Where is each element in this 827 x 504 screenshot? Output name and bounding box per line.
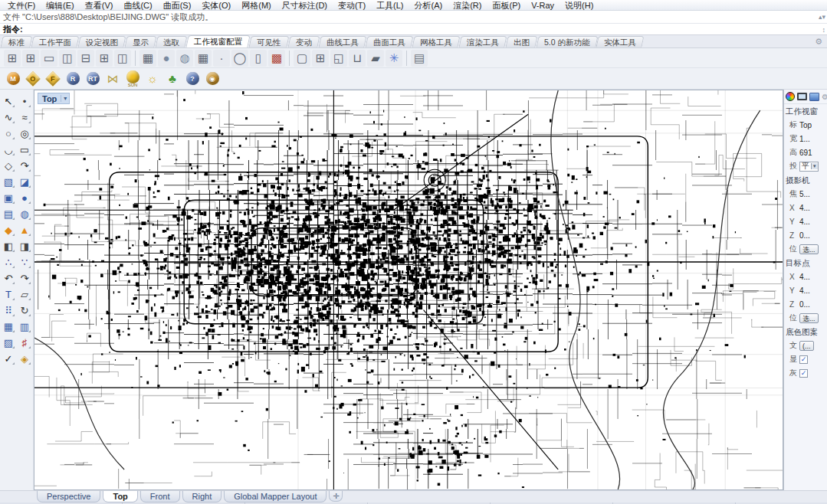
adjustable-blend-icon[interactable]: ↷	[18, 271, 32, 286]
group-icon[interactable]: ∵	[18, 255, 32, 270]
colorful-map-display-icon[interactable]: ▩	[268, 50, 285, 67]
menu-item-7[interactable]: 尺寸标注(D)	[277, 0, 333, 11]
sphere-icon[interactable]: ●	[18, 191, 32, 205]
menu-item-8[interactable]: 变动(T)	[333, 0, 371, 11]
menu-item-13[interactable]: V-Ray	[526, 0, 560, 11]
check-icon[interactable]: ✓	[2, 352, 16, 366]
viewport-title[interactable]: Top ▾	[38, 93, 70, 104]
panel-button[interactable]: (...	[799, 341, 814, 351]
circle-icon[interactable]: ○	[2, 126, 16, 141]
chevron-down-icon[interactable]: ▾	[811, 163, 818, 169]
vray-vegetation-icon[interactable]: ♣	[163, 70, 182, 88]
panel-row-value[interactable]: 4...	[799, 204, 810, 212]
toolbar-tab-8[interactable]: 曲线工具	[318, 36, 366, 47]
panel-row-value[interactable]: 691	[799, 149, 812, 157]
rectangle-icon[interactable]: ▭	[18, 142, 32, 157]
menu-item-0[interactable]: 文件(F)	[2, 0, 41, 11]
viewport-title-dropdown-icon[interactable]: ▾	[61, 95, 69, 102]
viewport-tab-top[interactable]: Top	[103, 491, 137, 502]
viewport-canvas[interactable]	[34, 90, 783, 489]
command-collapse-icon[interactable]: ▴▾	[819, 13, 825, 21]
rotate-icon[interactable]: ↻	[18, 303, 32, 318]
panel-checkbox[interactable]: ✓	[799, 355, 808, 364]
point-display-icon[interactable]: ·	[213, 50, 230, 67]
toolbar-tab-10[interactable]: 网格工具	[412, 36, 460, 47]
print-icon[interactable]: ▤	[411, 50, 428, 67]
extrude-icon[interactable]: ▦	[2, 319, 16, 334]
wireframe-display-icon[interactable]: ▦	[139, 50, 156, 67]
viewport-3-bottom-icon[interactable]: ⊞	[96, 50, 113, 67]
scale-icon[interactable]: ▱	[18, 287, 32, 302]
panel-row-value[interactable]: 5...	[799, 190, 810, 198]
viewport-single-icon[interactable]: ▭	[41, 50, 57, 67]
ellipse-icon[interactable]: ◎	[18, 126, 32, 141]
shaded-display-icon[interactable]: ●	[158, 50, 175, 67]
panel-button[interactable]: 选...	[799, 313, 819, 323]
menu-item-10[interactable]: 分析(A)	[409, 0, 448, 11]
toolbar-tab-12[interactable]: 出图	[505, 36, 537, 47]
toolbar-tab-9[interactable]: 曲面工具	[365, 36, 413, 47]
viewport-tab-right[interactable]: Right	[182, 491, 222, 502]
image-tab-icon[interactable]	[809, 92, 819, 101]
vray-frame-buffer-icon[interactable]: F	[44, 70, 62, 88]
toolbar-tab-4[interactable]: 选取	[155, 36, 187, 47]
array-icon[interactable]: ⠿	[2, 303, 16, 318]
panel-checkbox[interactable]: ✓	[799, 369, 808, 378]
toolbar-tab-5[interactable]: 工作视窗配置	[185, 35, 250, 47]
menu-item-2[interactable]: 查看(V)	[80, 0, 119, 11]
arc-icon[interactable]: ◡	[2, 142, 16, 157]
split-icon[interactable]: ◨	[18, 239, 32, 254]
select-icon[interactable]: ↖	[2, 94, 16, 109]
panel-row-value[interactable]: 0...	[799, 300, 810, 309]
viewport-4-center-icon[interactable]: ◫	[59, 50, 76, 67]
viewport-3-left-icon[interactable]: ⊟	[77, 50, 94, 67]
menu-item-5[interactable]: 实体(O)	[196, 0, 236, 11]
vray-options-icon[interactable]: O	[24, 70, 42, 88]
polyline-icon[interactable]: ∿	[2, 110, 16, 125]
menu-item-9[interactable]: 工具(L)	[371, 0, 409, 11]
vray-rt-render-icon[interactable]: RT	[84, 70, 102, 88]
vray-sphere-light-icon[interactable]: ☼	[143, 70, 162, 88]
open-viewport-file-icon[interactable]: ▰	[367, 50, 384, 67]
text-icon[interactable]: T	[2, 287, 16, 302]
viewport-split-4-icon[interactable]: ⊞	[4, 50, 21, 67]
vray-material-editor-icon[interactable]: M	[4, 70, 22, 88]
fillet-curve-icon[interactable]: ↶	[2, 271, 16, 286]
menu-item-11[interactable]: 渲染(R)	[448, 0, 487, 11]
trim-icon[interactable]: ◧	[2, 239, 16, 254]
panel-row-value[interactable]: Top	[799, 121, 812, 129]
vray-help-icon[interactable]: ?	[183, 70, 202, 88]
toolbar-tab-7[interactable]: 变动	[287, 36, 320, 47]
surface-corner-icon[interactable]: ◪	[18, 175, 32, 189]
curve-blend-icon[interactable]: ↷	[18, 159, 32, 173]
lens-icon[interactable]: ◯	[231, 50, 248, 67]
panel-dropdown[interactable]: 平▾	[799, 162, 819, 172]
panel-button[interactable]: 选...	[799, 244, 819, 254]
display-properties-tab-icon[interactable]	[786, 92, 795, 101]
viewport-project-icon[interactable]: ◱	[330, 50, 347, 67]
command-input[interactable]	[23, 24, 827, 34]
portrait-view-icon[interactable]: ▯	[250, 50, 267, 67]
toolbar-tab-6[interactable]: 可见性	[248, 36, 289, 47]
grid-array-icon[interactable]: ▨	[2, 335, 16, 350]
cage-edit-icon[interactable]: ◈	[18, 352, 32, 366]
rendered-display-icon[interactable]: ◍	[176, 50, 193, 67]
panel-row-value[interactable]: 1...	[799, 135, 810, 143]
new-viewport-icon[interactable]: ▢	[294, 50, 310, 67]
panel-row-value[interactable]: 4...	[799, 286, 810, 295]
toolbar-tab-11[interactable]: 渲染工具	[458, 36, 507, 47]
gear-icon[interactable]: ⚙	[815, 37, 822, 47]
centerline-icon[interactable]: ♯	[18, 335, 32, 350]
point-icon[interactable]: •	[18, 94, 32, 109]
viewport-split-4-alt-icon[interactable]: ⊞	[22, 50, 39, 67]
toolbar-tab-3[interactable]: 显示	[124, 36, 156, 47]
add-viewport-tab-button[interactable]: ✛	[329, 491, 343, 502]
vray-batch-render-icon[interactable]: ⋈	[103, 70, 122, 88]
monitor-tab-icon[interactable]	[797, 92, 807, 101]
four-view-layout-icon[interactable]: ⊞	[312, 50, 329, 67]
viewport-top[interactable]: Top ▾	[34, 90, 783, 490]
toolbar-tab-0[interactable]: 标准	[0, 36, 32, 47]
viewport-tab-front[interactable]: Front	[140, 491, 180, 502]
gear-icon[interactable]: ⚙	[822, 92, 827, 101]
slab-icon[interactable]: ▥	[18, 319, 32, 334]
